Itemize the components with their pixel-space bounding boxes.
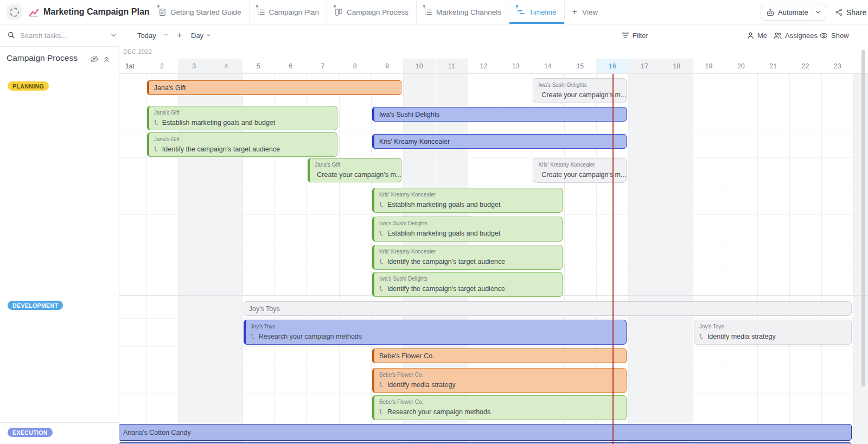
bar-list-name: Jana's Gift <box>154 136 337 142</box>
task-bar[interactable]: Joy's Toys <box>244 301 852 316</box>
top-bar: Marketing Campaign Plan Getting Started … <box>0 0 868 24</box>
day-header-cell: 9 <box>371 59 403 73</box>
grid-day-line <box>789 74 790 444</box>
search-icon[interactable] <box>8 24 15 46</box>
task-bar[interactable]: Iwa's Sushi DelightsIdentify the campaig… <box>372 272 563 297</box>
day-header-cell: 11 <box>436 59 468 73</box>
task-bar[interactable]: Kris' Kreamy KoncealerIdentify the campa… <box>372 245 563 270</box>
collapse-all-icon[interactable] <box>103 55 110 63</box>
zoom-out-button[interactable]: − <box>163 24 169 46</box>
board-icon <box>335 8 343 16</box>
pin-icon <box>423 5 426 9</box>
bar-list-name: Jana's Gift <box>315 162 401 168</box>
tab-marketing-channels[interactable]: Marketing Channels <box>416 0 509 24</box>
tab-timeline[interactable]: Timeline <box>509 0 564 24</box>
tab-campaign-process[interactable]: Campaign Process <box>327 0 416 24</box>
list-icon <box>257 8 265 16</box>
task-bar[interactable]: Jana's Gift <box>147 80 401 95</box>
assignees-button[interactable]: Assignees <box>774 24 818 46</box>
grid-row-line <box>119 300 868 300</box>
task-bar[interactable]: Joy's ToysIdentify media strategy <box>694 320 852 345</box>
task-bar[interactable]: Bebe's Flower Co.Research your campaign … <box>372 395 627 420</box>
tab-getting-started-guide[interactable]: Getting Started Guide <box>151 0 249 24</box>
filter-button[interactable]: Filter <box>622 24 648 46</box>
me-label: Me <box>757 31 767 40</box>
timeline-date-header: DEC 2022 1st2345678910111213141516171819… <box>119 46 868 73</box>
share-button[interactable]: Share <box>835 4 866 21</box>
grid-row-line <box>119 214 868 215</box>
grid-row-line <box>119 157 868 158</box>
chevron-down-icon[interactable] <box>815 10 821 14</box>
bar-task-name: Identify the campaign's target audience <box>379 258 562 265</box>
group-badge-planning[interactable]: PLANNING <box>8 81 49 91</box>
task-bar[interactable]: Iwa's Sushi Delights <box>372 107 627 122</box>
task-bar[interactable]: Joy's ToysResearch your campaign methods <box>244 320 627 345</box>
grid-row-line <box>119 271 868 271</box>
bar-task-name: Identify media strategy <box>699 333 852 340</box>
automate-button[interactable]: Automate <box>761 4 826 21</box>
day-header-cell: 7 <box>307 59 339 73</box>
person-icon <box>747 32 754 39</box>
group-badge-development[interactable]: DEVELOPMENT <box>8 301 63 310</box>
add-view-button[interactable]: + View <box>564 0 605 24</box>
search-expand-chevron-icon[interactable] <box>111 24 117 46</box>
pin-icon <box>256 5 259 9</box>
bar-task-name: Research your campaign methods <box>379 408 626 416</box>
divider <box>812 8 812 17</box>
grid-row-line <box>119 243 868 243</box>
bar-title: Bebe's Flower Co. <box>379 349 626 363</box>
bar-task-name: Identify media strategy <box>379 381 626 389</box>
show-button[interactable]: Show <box>820 24 849 46</box>
day-header-cell: 18 <box>661 59 693 73</box>
zoom-in-button[interactable]: + <box>177 24 182 46</box>
scale-select[interactable]: Day <box>191 24 210 46</box>
task-bar[interactable]: Kris' Kreamy KoncealerEstablish marketin… <box>372 188 563 213</box>
tab-label: Marketing Channels <box>436 8 501 16</box>
grid-day-line <box>146 74 146 444</box>
search-input[interactable]: Search tasks... <box>20 24 67 46</box>
task-bar[interactable]: Ariana's Cotton Candy <box>119 424 852 441</box>
filter-icon <box>622 32 629 39</box>
task-bar[interactable]: Bebe's Flower Co. <box>372 348 627 363</box>
day-header-cell: 17 <box>628 59 660 73</box>
task-bar[interactable]: Jana's GiftIdentify the campaign's targe… <box>147 132 337 157</box>
group-by-heading: Campaign Process <box>7 53 78 63</box>
timeline-view-page: Marketing Campaign Plan Getting Started … <box>0 0 868 444</box>
tab-campaign-plan[interactable]: Campaign Plan <box>249 0 327 24</box>
automate-label: Automate <box>778 8 808 16</box>
grid-day-line <box>757 74 758 444</box>
vertical-scrollbar[interactable] <box>861 50 865 386</box>
pin-icon <box>157 5 160 9</box>
timeline-icon <box>517 8 525 16</box>
task-bar[interactable]: Kris' Kreamy Koncealer <box>372 134 627 149</box>
task-bar[interactable]: Jana's GiftCreate your campaign's m... <box>308 158 401 182</box>
today-button[interactable]: Today <box>137 24 156 46</box>
assignees-label: Assignees <box>785 31 818 40</box>
me-filter-button[interactable]: Me <box>747 24 767 46</box>
bar-title: Ariana's Cotton Candy <box>123 424 851 440</box>
hide-eye-icon[interactable] <box>90 55 98 63</box>
grid-day-line <box>661 74 661 444</box>
grid-day-line <box>371 74 372 444</box>
bar-list-name: Iwa's Sushi Delights <box>379 220 562 226</box>
show-label: Show <box>831 31 849 40</box>
tab-label: View <box>582 8 598 16</box>
group-badge-execution[interactable]: EXECUTION <box>8 428 53 437</box>
grid-row-line <box>119 186 868 186</box>
bar-list-name: Kris' Kreamy Koncealer <box>379 192 562 198</box>
bar-list-name: Joy's Toys <box>251 324 627 329</box>
month-label: DEC 2022 <box>123 48 152 55</box>
task-bar[interactable]: Jana's GiftEstablish marketing goals and… <box>147 106 337 130</box>
day-header-cell: 16 <box>596 59 628 73</box>
grid-row-line <box>119 318 868 319</box>
grid-day-line <box>693 74 693 444</box>
task-bar[interactable]: Bebe's Flower Co.Identify media strategy <box>372 368 627 393</box>
bar-task-name: Establish marketing goals and budget <box>379 230 562 237</box>
loading-spinner-icon <box>7 4 22 20</box>
weekend-stripe <box>628 74 660 444</box>
grid-day-line <box>821 74 822 444</box>
bar-list-name: Joy's Toys <box>699 324 852 329</box>
bar-list-name: Bebe's Flower Co. <box>379 399 626 405</box>
task-bar[interactable]: Iwa's Sushi DelightsEstablish marketing … <box>372 217 563 242</box>
document-icon <box>158 8 167 16</box>
